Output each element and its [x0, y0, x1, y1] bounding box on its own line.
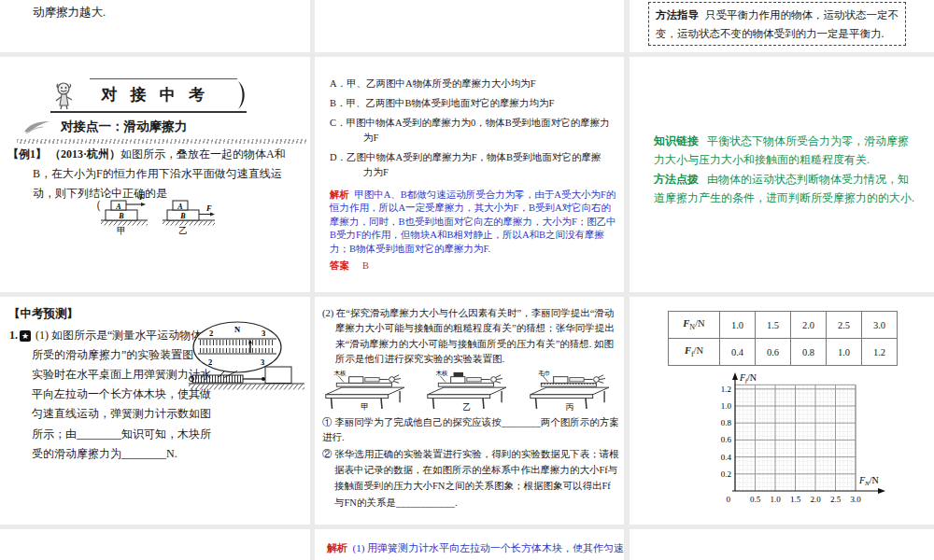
svg-text:1.0: 1.0: [721, 401, 732, 411]
svg-text:0.2: 0.2: [721, 469, 731, 479]
method-tip-label: 方法点拨: [654, 173, 699, 186]
page-panel-top-left[interactable]: 动摩擦力越大.: [0, 0, 310, 52]
page-panel-predict[interactable]: 【中考预测】 1.★ (1) 如图所示是“测量水平运动物体所受的滑动摩擦力”的实…: [0, 297, 310, 525]
spring-scale-figure: 2 N 3 2 3: [189, 319, 306, 409]
page-panel-table-chart[interactable]: FN/N 1.0 1.5 2.0 2.5 3.0 Ff/N 0.4 0.6 0.…: [630, 297, 934, 525]
analysis2-text: (1) 用弹簧测力计水平向左拉动一个长方体木块，使其作匀速直: [353, 542, 625, 553]
banner-title: 对 接 中 考: [78, 84, 232, 105]
page-panel-bottom-middle[interactable]: 解析 (1) 用弹簧测力计水平向左拉动一个长方体木块，使其作匀速直: [315, 529, 624, 560]
knowledge-link-label: 知识链接: [654, 134, 699, 147]
svg-text:B: B: [179, 212, 186, 220]
svg-text:甲: 甲: [361, 402, 370, 412]
analysis1-paragraph: 解析 甲图中A、B都做匀速运动所受合力为零，由于A受大小为F的恒力作用，所以A一…: [330, 189, 617, 256]
answer-value: B: [362, 260, 369, 271]
method-guide-box: 方法指导只受平衡力作用的物体，运动状态一定不变，运动状态不变的物体受到的力一定是…: [648, 2, 906, 46]
prev-page-tail-text: 动摩擦力越大.: [33, 5, 106, 21]
page-panel-example[interactable]: 对 接 中 考 对接点一：滑动摩擦力 【例1】 （2013·杭州）如图所示，叠放…: [0, 57, 310, 292]
ground-hatching: [189, 385, 304, 390]
page-panel-links[interactable]: 知识链接平衡状态下物体所受合力为零，滑动摩擦力大小与压力大小和接触面的粗糙程度有…: [630, 57, 934, 292]
svg-text:A: A: [177, 203, 183, 211]
options-list: A．甲、乙两图中A物体所受的摩擦力大小均为F B．甲、乙两图中B物体受到地面对它…: [330, 77, 615, 180]
experiment-figure-jia: 木板 甲: [322, 369, 415, 412]
svg-text:3: 3: [262, 329, 265, 338]
data-table: FN/N 1.0 1.5 2.0 2.5 3.0 Ff/N 0.4 0.6 0.…: [668, 311, 898, 366]
question2-sub1: ① 李丽同学为了完成他自己的探究应该按________两个图所示的方案进行.: [322, 415, 619, 446]
analysis-text: 甲图中A、B都做匀速运动所受合力为零，由于A受大小为F的恒力作用，所以A一定受摩…: [330, 189, 616, 254]
decorative-braid-line: [17, 139, 308, 144]
analysis-label: 解析: [330, 189, 349, 200]
point1-title: 对接点一：滑动摩擦力: [61, 119, 187, 135]
mascot-icon: [54, 81, 77, 111]
svg-text:N: N: [234, 325, 241, 334]
zhongkao-banner: 对 接 中 考: [50, 77, 247, 113]
example1-source: （2013·杭州）: [50, 147, 120, 161]
page-panel-bottom-right[interactable]: [630, 529, 934, 560]
svg-text:丙: 丙: [565, 402, 573, 412]
svg-text:2.5: 2.5: [830, 495, 842, 504]
example1-label: 【例1】: [7, 147, 47, 161]
knowledge-link-paragraph: 知识链接平衡状态下物体所受合力为零，滑动摩擦力大小与压力大小和接触面的粗糙程度有…: [654, 132, 915, 170]
experiment-figure-yi: 木板 乙: [424, 369, 517, 412]
predict-question1: 1.★ (1) 如图所示是“测量水平运动物体所受的滑动摩擦力”的实验装置图；实验…: [9, 326, 211, 464]
svg-text:2.0: 2.0: [810, 495, 821, 504]
page-panel-experiment[interactable]: (2) 在“探究滑动摩擦力大小与什么因素有关时”，李丽同学提出“滑动摩擦力大小可…: [315, 297, 624, 525]
svg-text:乙: 乙: [178, 226, 188, 235]
predict-question2: (2) 在“探究滑动摩擦力大小与什么因素有关时”，李丽同学提出“滑动摩擦力大小可…: [322, 306, 619, 367]
experiment-figures: 木板 甲 木板 乙: [322, 369, 619, 412]
table-row: Ff/N 0.4 0.6 0.8 1.0 1.2: [669, 339, 898, 366]
question-number: 1.: [9, 329, 18, 342]
svg-text:1.0: 1.0: [770, 495, 781, 504]
method-guide-label: 方法指导: [656, 9, 699, 21]
spring-scale-body: [192, 375, 243, 383]
question2-sub2: ② 张华选用正确的实验装置进行实验，得到的实验数据见下表；请根据表中记录的数据，…: [322, 446, 619, 511]
method-tip-paragraph: 方法点拨由物体的运动状态判断物体受力情况，知道摩擦力产生的条件，进而判断所受摩擦…: [654, 170, 915, 208]
svg-text:木板: 木板: [436, 370, 449, 376]
svg-text:甲: 甲: [117, 226, 126, 235]
analysis2-paragraph: 解析 (1) 用弹簧测力计水平向左拉动一个长方体木块，使其作匀速直: [315, 529, 624, 555]
option-b: B．甲、乙两图中B物体受到地面对它的摩擦力均为F: [330, 96, 610, 111]
crescent-icon: [237, 80, 248, 110]
page-panel-top-right[interactable]: 方法指导只受平衡力作用的物体，运动状态一定不变，运动状态不变的物体受到的力一定是…: [630, 0, 934, 52]
svg-text:0: 0: [727, 495, 731, 504]
wood-block: [265, 367, 291, 384]
svg-text:0.5: 0.5: [750, 495, 761, 504]
answer-line: 答案B: [330, 259, 615, 273]
svg-text:乙: 乙: [463, 402, 472, 412]
banner-top-rule: [90, 78, 237, 79]
svg-text:3.0: 3.0: [850, 495, 861, 504]
page-panel-options[interactable]: A．甲、乙两图中A物体所受的摩擦力大小均为F B．甲、乙两图中B物体受到地面对它…: [315, 57, 624, 292]
coordinate-grid-chart: 0.51.01.52.02.53.00.20.40.60.81.01.20Ff/…: [667, 370, 896, 517]
option-a: A．甲、乙两图中A物体所受的摩擦力大小均为F: [330, 77, 610, 91]
page-panel-bottom-left[interactable]: [0, 529, 310, 560]
experiment-figure-bing: 毛巾 丙: [527, 369, 619, 412]
option-d: D．乙图中物体A受到的摩擦力为F，物体B受到地面对它的摩擦力为F: [330, 150, 610, 180]
svg-text:FN/N: FN/N: [858, 475, 879, 487]
analysis2-label: 解析: [327, 542, 347, 553]
point1-heading: 对接点一：滑动摩擦力: [22, 119, 187, 135]
star-icon: ★: [20, 330, 31, 342]
figure-jia: A B F 甲: [101, 192, 148, 235]
answer-label: 答案: [330, 260, 349, 271]
svg-text:木板: 木板: [333, 370, 347, 376]
stacked-blocks-figure: A B F 甲 A B F 乙: [101, 185, 217, 235]
page-panel-top-middle[interactable]: [315, 0, 624, 52]
question1-text: (1) 如图所示是“测量水平运动物体所受的滑动摩擦力”的实验装置图；实验时在水平…: [32, 329, 211, 460]
svg-text:1.5: 1.5: [790, 495, 801, 504]
svg-text:A: A: [115, 203, 121, 211]
predict-header: 【中考预测】: [8, 306, 78, 322]
svg-text:1.2: 1.2: [721, 385, 731, 394]
svg-text:F: F: [205, 203, 212, 213]
svg-text:0.6: 0.6: [721, 435, 732, 444]
svg-text:0.4: 0.4: [721, 453, 732, 462]
svg-text:毛巾: 毛巾: [537, 370, 550, 376]
svg-text:F: F: [138, 192, 145, 202]
svg-text:3: 3: [261, 357, 264, 367]
swoosh-icon: [22, 119, 52, 134]
option-c: C．甲图中物体A受到的摩擦力为0，物体B受到地面对它的摩擦力为F: [330, 116, 610, 146]
svg-text:B: B: [118, 212, 124, 220]
svg-text:2: 2: [209, 329, 213, 338]
svg-text:0.8: 0.8: [721, 418, 732, 427]
table-row: FN/N 1.0 1.5 2.0 2.5 3.0: [669, 312, 898, 339]
figure-yi: A B F 乙: [163, 201, 215, 235]
svg-text:Ff/N: Ff/N: [739, 372, 757, 385]
